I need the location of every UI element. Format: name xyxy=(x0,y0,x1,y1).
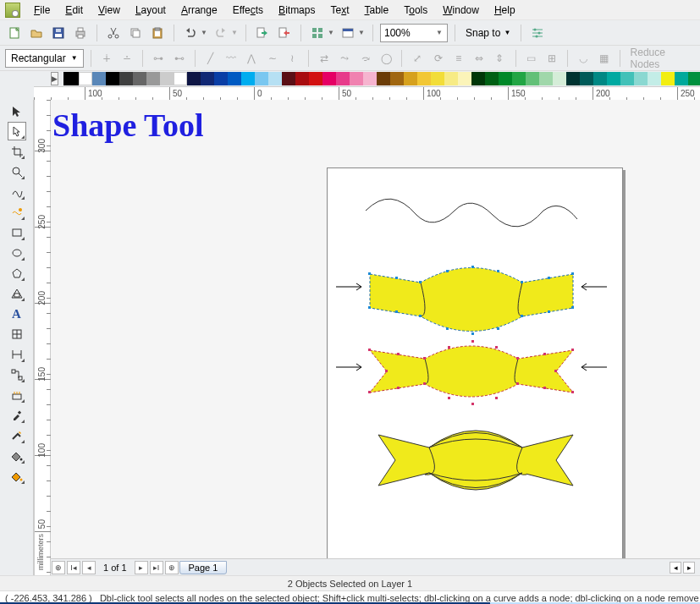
stretch-button[interactable]: ⤢ xyxy=(409,49,426,68)
to-line-button[interactable]: ╱ xyxy=(202,49,219,68)
shape-tool[interactable] xyxy=(8,122,26,140)
redo-button[interactable] xyxy=(212,24,230,42)
color-swatch[interactable] xyxy=(620,72,634,85)
basic-shapes-tool[interactable] xyxy=(8,284,26,303)
menu-layout[interactable]: Layout xyxy=(129,2,173,19)
color-swatch[interactable] xyxy=(282,72,295,85)
color-swatch[interactable] xyxy=(322,72,336,85)
open-button[interactable] xyxy=(27,24,46,42)
color-swatch[interactable] xyxy=(146,72,160,85)
page-tab[interactable]: Page 1 xyxy=(179,561,228,574)
cut-button[interactable] xyxy=(104,24,123,42)
color-swatch[interactable] xyxy=(309,72,322,85)
welcome-button[interactable] xyxy=(339,24,357,42)
smooth-button[interactable]: ∼ xyxy=(264,49,281,68)
align-button[interactable]: ≡ xyxy=(450,49,467,68)
text-tool[interactable]: A xyxy=(8,305,26,323)
color-swatch[interactable] xyxy=(512,72,526,85)
color-swatch[interactable] xyxy=(377,72,390,85)
color-swatch[interactable] xyxy=(580,72,593,85)
new-button[interactable] xyxy=(5,24,24,42)
menu-arrange[interactable]: Arrange xyxy=(174,2,224,19)
color-swatch[interactable] xyxy=(214,72,228,85)
color-swatch[interactable] xyxy=(119,72,133,85)
color-swatch[interactable] xyxy=(106,72,119,85)
color-swatch[interactable] xyxy=(174,72,187,85)
close-curve-button[interactable]: ◯ xyxy=(378,49,394,68)
reduce-icon[interactable]: ◡ xyxy=(575,49,592,68)
table-tool[interactable] xyxy=(8,325,26,343)
add-node-button[interactable]: ∔ xyxy=(98,49,115,68)
color-swatch[interactable] xyxy=(133,72,146,85)
symmetric-button[interactable]: ≀ xyxy=(284,49,301,68)
undo-button[interactable] xyxy=(181,24,200,42)
ribbon-3[interactable] xyxy=(361,422,590,507)
polygon-tool[interactable] xyxy=(8,264,26,283)
menu-effects[interactable]: Effects xyxy=(226,2,270,19)
hscrollbar[interactable]: ◂ ▸ xyxy=(670,562,700,574)
join-nodes-button[interactable]: ⊶ xyxy=(150,49,167,68)
export-button[interactable] xyxy=(275,24,294,42)
bbox-button[interactable]: ▦ xyxy=(595,49,612,68)
selection-mode-combo[interactable]: Rectangular▼ xyxy=(5,49,84,68)
extend-button[interactable]: ⤳ xyxy=(336,49,353,68)
copy-button[interactable] xyxy=(126,24,145,42)
dimension-tool[interactable] xyxy=(8,345,26,364)
rectangle-tool[interactable] xyxy=(8,223,26,242)
menu-edit[interactable]: Edit xyxy=(58,2,90,19)
crop-tool[interactable] xyxy=(8,142,26,161)
zoom-tool[interactable] xyxy=(8,162,26,181)
zoom-combo[interactable]: 100%▼ xyxy=(380,24,448,42)
color-swatch[interactable] xyxy=(607,72,620,85)
reflect-v-button[interactable]: ⇕ xyxy=(491,49,508,68)
outline-tool[interactable] xyxy=(8,426,26,445)
app-launcher-dropdown[interactable]: ▼ xyxy=(327,24,335,42)
freehand-tool[interactable] xyxy=(8,183,26,201)
color-swatch[interactable] xyxy=(268,72,282,85)
menu-text[interactable]: Text xyxy=(323,2,356,19)
color-swatch[interactable] xyxy=(444,72,458,85)
palette-flyout-icon[interactable]: ▶ xyxy=(51,72,58,85)
menu-bitmaps[interactable]: Bitmaps xyxy=(272,2,322,19)
select-all-button[interactable]: ⊞ xyxy=(543,49,560,68)
next-page-button[interactable]: ▸ xyxy=(135,561,148,574)
color-swatch[interactable] xyxy=(688,72,700,85)
color-swatch[interactable] xyxy=(79,72,92,85)
color-swatch[interactable] xyxy=(363,72,377,85)
reverse-button[interactable]: ⇄ xyxy=(316,49,333,68)
redo-dropdown[interactable]: ▼ xyxy=(230,24,239,42)
import-button[interactable] xyxy=(253,24,272,42)
menu-tools[interactable]: Tools xyxy=(397,2,434,19)
pick-tool[interactable] xyxy=(8,102,26,120)
color-swatch[interactable] xyxy=(539,72,553,85)
color-swatch[interactable] xyxy=(471,72,485,85)
elastic-button[interactable]: ▭ xyxy=(523,49,540,68)
last-page-button[interactable]: ▸I xyxy=(150,561,163,574)
welcome-dropdown[interactable]: ▼ xyxy=(357,24,366,42)
smart-fill-tool[interactable] xyxy=(8,203,26,222)
color-swatch[interactable] xyxy=(553,72,566,85)
color-swatch[interactable] xyxy=(295,72,309,85)
prev-page-button[interactable]: ◂ xyxy=(82,561,96,574)
menu-file[interactable]: File xyxy=(27,2,57,19)
to-curve-button[interactable]: 〰 xyxy=(223,49,240,68)
color-swatch[interactable] xyxy=(634,72,648,85)
color-swatch[interactable] xyxy=(675,72,688,85)
color-swatch[interactable] xyxy=(485,72,499,85)
ellipse-tool[interactable] xyxy=(8,244,26,262)
rotate-button[interactable]: ⟳ xyxy=(429,49,446,68)
color-swatch[interactable] xyxy=(160,72,174,85)
menu-help[interactable]: Help xyxy=(488,2,522,19)
reflect-h-button[interactable]: ⇔ xyxy=(471,49,488,68)
eyedropper-tool[interactable] xyxy=(8,406,26,425)
canvas[interactable]: Shape Tool xyxy=(51,100,700,558)
app-launcher-button[interactable] xyxy=(308,24,327,42)
scroll-left-icon[interactable]: ◂ xyxy=(670,562,681,574)
color-swatch[interactable] xyxy=(350,72,363,85)
color-swatch[interactable] xyxy=(404,72,417,85)
snap-to-dropdown[interactable]: Snap to▼ xyxy=(462,24,514,42)
color-swatch[interactable] xyxy=(201,72,214,85)
color-swatch[interactable] xyxy=(566,72,580,85)
options-button[interactable] xyxy=(528,24,547,42)
interactive-tool[interactable] xyxy=(8,386,26,404)
